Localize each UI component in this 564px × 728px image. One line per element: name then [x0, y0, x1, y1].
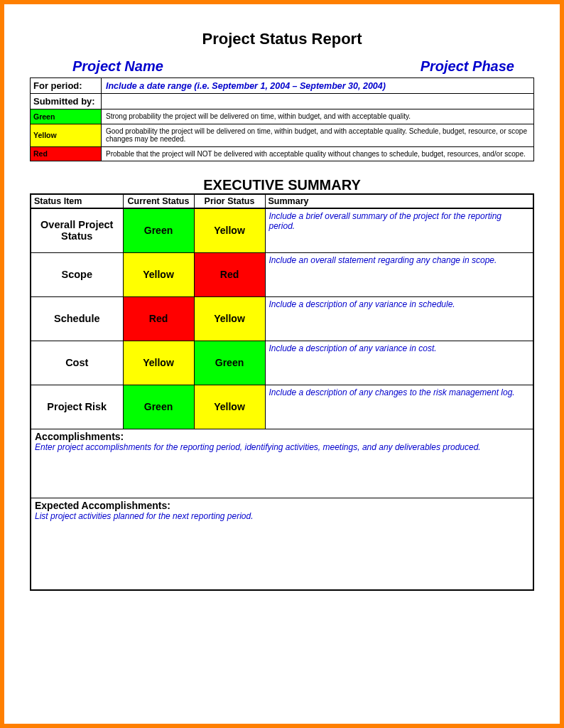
submitted-by-value [102, 94, 534, 109]
project-name-label: Project Name [72, 58, 163, 75]
col-current-status: Current Status [123, 194, 194, 208]
legend-yellow-desc: Good probability the project will be del… [102, 124, 534, 146]
row-schedule-prior: Yellow [194, 296, 265, 341]
exec-header-row: Status Item Current Status Prior Status … [31, 194, 533, 208]
row-risk-prior: Yellow [194, 385, 265, 429]
row-cost-prior: Green [194, 341, 265, 385]
executive-summary-title: EXECUTIVE SUMMARY [30, 177, 534, 193]
legend-yellow-label: Yellow [31, 124, 102, 146]
row-scope-summary: Include an overall statement regarding a… [265, 252, 533, 296]
legend-row-red: Red Probable that the project will NOT b… [31, 146, 534, 161]
legend-red-label: Red [31, 146, 102, 161]
page-title: Project Status Report [30, 30, 534, 48]
row-scope-prior: Red [194, 252, 265, 296]
header-labels-row: Project Name Project Phase [30, 58, 534, 75]
meta-table: For period: Include a date range (i.e. S… [30, 77, 534, 161]
document-frame: Project Status Report Project Name Proje… [0, 0, 564, 728]
legend-row-yellow: Yellow Good probability the project will… [31, 124, 534, 146]
row-overall-prior: Yellow [194, 208, 265, 252]
row-schedule-label: Schedule [31, 296, 123, 341]
col-summary: Summary [265, 194, 533, 208]
col-prior-status: Prior Status [194, 194, 265, 208]
row-overall-summary: Include a brief overall summary of the p… [265, 208, 533, 252]
legend-green-label: Green [31, 109, 102, 124]
row-risk-summary: Include a description of any changes to … [265, 385, 533, 429]
executive-summary-table: Status Item Current Status Prior Status … [30, 193, 534, 591]
row-overall-current: Green [123, 208, 194, 252]
for-period-row: For period: Include a date range (i.e. S… [31, 78, 534, 94]
row-cost-summary: Include a description of any variance in… [265, 341, 533, 385]
accomplishments-row: Accomplishments: Enter project accomplis… [31, 429, 533, 498]
legend-row-green: Green Strong probability the project wil… [31, 109, 534, 124]
expected-label: Expected Accomplishments: [31, 498, 533, 511]
submitted-by-label: Submitted by: [31, 94, 102, 109]
project-phase-label: Project Phase [421, 58, 514, 75]
row-schedule: Schedule Red Yellow Include a descriptio… [31, 296, 533, 341]
row-cost-label: Cost [31, 341, 123, 385]
row-overall-label: Overall Project Status [31, 208, 123, 252]
row-scope-current: Yellow [123, 252, 194, 296]
col-status-item: Status Item [31, 194, 123, 208]
row-schedule-summary: Include a description of any variance in… [265, 296, 533, 341]
for-period-value: Include a date range (i.e. September 1, … [102, 78, 534, 94]
row-risk-current: Green [123, 385, 194, 429]
row-cost: Cost Yellow Green Include a description … [31, 341, 533, 385]
row-risk-label: Project Risk [31, 385, 123, 429]
legend-red-desc: Probable that the project will NOT be de… [102, 146, 534, 161]
accomplishments-label: Accomplishments: [31, 429, 533, 442]
row-risk: Project Risk Green Yellow Include a desc… [31, 385, 533, 429]
row-overall: Overall Project Status Green Yellow Incl… [31, 208, 533, 252]
expected-accomplishments-row: Expected Accomplishments: List project a… [31, 498, 533, 590]
row-scope-label: Scope [31, 252, 123, 296]
row-scope: Scope Yellow Red Include an overall stat… [31, 252, 533, 296]
row-cost-current: Yellow [123, 341, 194, 385]
submitted-by-row: Submitted by: [31, 94, 534, 109]
accomplishments-text: Enter project accomplishments for the re… [31, 442, 533, 455]
legend-green-desc: Strong probability the project will be d… [102, 109, 534, 124]
row-schedule-current: Red [123, 296, 194, 341]
for-period-label: For period: [31, 78, 102, 94]
expected-text: List project activities planned for the … [31, 511, 533, 524]
